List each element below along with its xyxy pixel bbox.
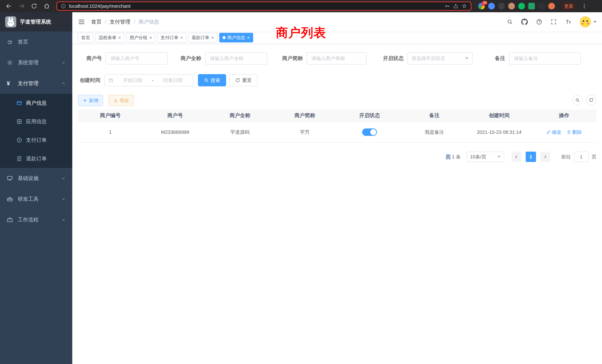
sidebar: 芋道管理系统 首页 系统管理 ¥ 支付管理	[0, 12, 72, 364]
edit-link[interactable]: 修改	[546, 129, 561, 136]
column-header: 备注	[402, 112, 467, 119]
sidebar-item-infrastructure[interactable]: 基础设施	[0, 168, 72, 189]
extension-icon-puzzle[interactable]	[538, 3, 545, 10]
sidebar-item-label: 工作流程	[18, 216, 39, 223]
short-name-input[interactable]	[307, 52, 367, 64]
close-icon[interactable]: ×	[247, 35, 250, 40]
tab-pay-order[interactable]: 支付订单 ×	[157, 33, 186, 43]
breadcrumb-home[interactable]: 首页	[91, 18, 102, 25]
merchant-no-input[interactable]	[106, 52, 168, 64]
share-icon[interactable]	[453, 3, 459, 9]
tab-merchant-info[interactable]: 商户信息 ×	[219, 33, 253, 43]
sidebar-item-workflow[interactable]: 工作流程	[0, 209, 72, 230]
merchant-table: 商户编号 商户号 商户全称 商户简称 开启状态 备注 创建时间 操作 1 M23…	[78, 109, 596, 143]
browser-update-button[interactable]: 更新	[561, 2, 577, 10]
breadcrumb-separator: /	[134, 19, 135, 25]
browser-forward-button[interactable]	[16, 1, 27, 11]
password-key-icon[interactable]	[444, 3, 450, 9]
date-range-picker[interactable]: 开始日期 - 结束日期	[104, 74, 193, 86]
browser-menu-icon[interactable]	[581, 3, 587, 9]
full-name-input[interactable]	[205, 52, 267, 64]
fullscreen-icon[interactable]	[550, 19, 557, 25]
extension-icon-dark[interactable]	[498, 3, 505, 10]
extension-icon-orange[interactable]	[548, 3, 555, 10]
export-button[interactable]: 导出	[109, 95, 134, 106]
tab-label: 流程表单	[99, 35, 116, 41]
help-icon[interactable]	[536, 19, 542, 25]
search-icon	[204, 78, 209, 83]
sidebar-item-payment[interactable]: ¥ 支付管理	[0, 73, 72, 94]
select-placeholder: 请选择开启状态	[411, 55, 445, 62]
close-icon[interactable]: ×	[180, 35, 183, 40]
sidebar-item-app-info[interactable]: 应用信息	[0, 112, 72, 131]
total-rest: 1 条	[451, 154, 461, 160]
monitor-icon	[7, 175, 13, 182]
button-label: 重置	[242, 77, 252, 84]
close-icon[interactable]: ×	[118, 35, 121, 40]
extension-icon-blue[interactable]	[488, 3, 495, 10]
sidebar-item-merchant-info[interactable]: 商户信息	[0, 94, 72, 112]
status-select[interactable]: 请选择开启状态	[407, 52, 473, 64]
search-button[interactable]: 搜索	[198, 74, 226, 86]
browser-home-button[interactable]	[42, 1, 52, 11]
payment-submenu: 商户信息 应用信息 支付订单 退款订单	[0, 94, 72, 168]
extension-icon-green-doc[interactable]	[528, 3, 535, 10]
breadcrumb-payment[interactable]: 支付管理	[110, 18, 130, 25]
button-label: 新增	[89, 97, 98, 104]
sidebar-item-dev-tools[interactable]: 研发工具	[0, 189, 72, 209]
close-icon[interactable]: ×	[149, 35, 152, 40]
tab-user-group[interactable]: 用户分组 ×	[126, 33, 155, 43]
sidebar-item-system[interactable]: 系统管理	[0, 52, 72, 73]
table-header-row: 商户编号 商户号 商户全称 商户简称 开启状态 备注 创建时间 操作	[78, 109, 596, 122]
toggle-search-button[interactable]	[572, 95, 583, 105]
hamburger-icon[interactable]	[78, 18, 85, 26]
calendar-icon	[108, 78, 113, 83]
extension-icon-green-circle[interactable]	[518, 3, 525, 10]
remark-input[interactable]	[509, 52, 581, 64]
briefcase-icon	[7, 217, 13, 223]
close-icon[interactable]: ×	[211, 35, 214, 40]
grid-icon	[16, 119, 22, 125]
sidebar-item-pay-order[interactable]: 支付订单	[0, 131, 72, 149]
status-toggle[interactable]	[362, 128, 377, 136]
page-number-button[interactable]: 1	[526, 152, 536, 162]
extension-icon-colorful[interactable]	[478, 3, 485, 10]
tab-process-form[interactable]: 流程表单 ×	[95, 33, 124, 43]
delete-link[interactable]: 删除	[567, 129, 582, 136]
search-icon[interactable]	[507, 19, 513, 25]
bookmark-star-icon[interactable]	[462, 3, 467, 9]
page-info-icon[interactable]	[61, 3, 66, 9]
cell-merchant-id: 1	[78, 129, 143, 135]
refresh-table-button[interactable]	[586, 95, 596, 105]
app-logo[interactable]: 芋道管理系统	[0, 12, 72, 32]
extension-icon-avatar[interactable]	[508, 3, 515, 10]
sidebar-item-home[interactable]: 首页	[0, 32, 72, 52]
chevron-down-icon	[497, 156, 501, 158]
url-bar[interactable]: localhost:1024/pay/merchant	[56, 1, 472, 11]
github-icon[interactable]	[521, 19, 528, 25]
reset-button[interactable]: 重置	[229, 74, 258, 86]
field-remark: 备注	[495, 52, 581, 64]
table-row: 1 M233666999 芋道源码 芋艿 我是备注 2021-10-23 08:…	[78, 122, 596, 143]
add-button[interactable]: 新增	[78, 95, 103, 106]
sidebar-item-refund-order[interactable]: 退款订单	[0, 149, 72, 168]
next-page-button[interactable]	[540, 152, 550, 162]
browser-back-button[interactable]	[4, 1, 14, 11]
goto-page-input[interactable]	[574, 152, 589, 162]
caret-down-icon	[593, 21, 596, 23]
user-menu[interactable]	[580, 16, 596, 27]
chevron-up-icon	[61, 81, 66, 86]
browser-reload-button[interactable]	[29, 1, 39, 11]
browser-chrome: localhost:1024/pay/merchant 更新	[0, 0, 602, 12]
chevron-down-icon	[61, 60, 66, 65]
breadcrumb: 首页 / 支付管理 / 商户信息	[91, 18, 159, 25]
column-header: 商户编号	[78, 112, 143, 119]
sidebar-item-label: 研发工具	[18, 195, 39, 203]
tab-refund-order[interactable]: 退款订单 ×	[188, 33, 217, 43]
page-size-select[interactable]: 10条/页	[467, 152, 504, 162]
sidebar-item-label: 退款订单	[26, 155, 47, 162]
tab-home[interactable]: 首页	[78, 33, 93, 43]
sidebar-item-label: 首页	[18, 38, 28, 45]
font-size-icon[interactable]	[565, 19, 572, 25]
prev-page-button[interactable]	[512, 152, 521, 162]
